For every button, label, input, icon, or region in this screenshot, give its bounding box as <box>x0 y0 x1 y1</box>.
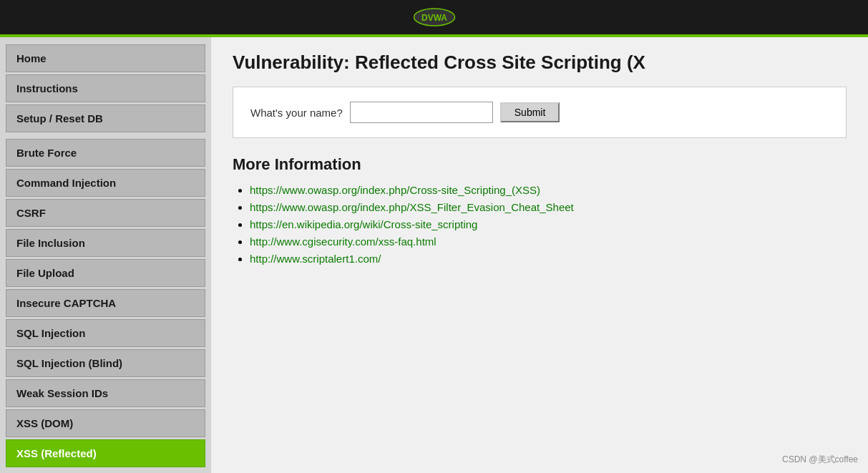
more-info-link[interactable]: https://www.owasp.org/index.php/Cross-si… <box>250 184 540 196</box>
sidebar-item-sql-injection[interactable]: SQL Injection <box>6 319 205 347</box>
sidebar-item-csrf[interactable]: CSRF <box>6 199 205 227</box>
xss-form: What's your name? Submit <box>233 87 847 138</box>
sidebar-item-file-upload[interactable]: File Upload <box>6 259 205 287</box>
more-info-link[interactable]: http://www.scriptalert1.com/ <box>250 253 381 265</box>
name-label: What's your name? <box>250 107 343 119</box>
sidebar-item-weak-session[interactable]: Weak Session IDs <box>6 379 205 407</box>
more-info-link[interactable]: http://www.cgisecurity.com/xss-faq.html <box>250 235 437 248</box>
logo: DVWA <box>413 4 456 31</box>
dvwa-logo: DVWA <box>413 4 456 31</box>
sidebar-group-vuln: Brute ForceCommand InjectionCSRFFile Inc… <box>6 139 205 467</box>
sidebar-item-sql-injection-blind[interactable]: SQL Injection (Blind) <box>6 349 205 377</box>
sidebar: HomeInstructionsSetup / Reset DB Brute F… <box>0 37 211 473</box>
content-area: Vulnerability: Reflected Cross Site Scri… <box>211 37 868 473</box>
sidebar-item-instructions[interactable]: Instructions <box>6 74 205 102</box>
sidebar-item-xss-reflected[interactable]: XSS (Reflected) <box>6 439 205 467</box>
sidebar-item-brute-force[interactable]: Brute Force <box>6 139 205 167</box>
sidebar-group-main: HomeInstructionsSetup / Reset DB <box>6 44 205 132</box>
more-info-links: https://www.owasp.org/index.php/Cross-si… <box>233 184 847 265</box>
sidebar-item-xss-dom[interactable]: XSS (DOM) <box>6 409 205 437</box>
watermark: CSDN @美式coffee <box>782 454 858 466</box>
page-title: Vulnerability: Reflected Cross Site Scri… <box>233 52 847 74</box>
sidebar-item-command-injection[interactable]: Command Injection <box>6 169 205 197</box>
main-layout: HomeInstructionsSetup / Reset DB Brute F… <box>0 37 868 473</box>
svg-text:DVWA: DVWA <box>421 13 447 23</box>
name-input[interactable] <box>350 102 493 123</box>
sidebar-item-insecure-captcha[interactable]: Insecure CAPTCHA <box>6 289 205 317</box>
more-info-title: More Information <box>233 155 847 174</box>
header: DVWA <box>0 0 868 37</box>
more-info-link[interactable]: https://www.owasp.org/index.php/XSS_Filt… <box>250 201 574 213</box>
submit-button[interactable]: Submit <box>500 102 560 122</box>
sidebar-item-file-inclusion[interactable]: File Inclusion <box>6 229 205 257</box>
sidebar-item-setup[interactable]: Setup / Reset DB <box>6 104 205 132</box>
more-info-link[interactable]: https://en.wikipedia.org/wiki/Cross-site… <box>250 218 477 230</box>
sidebar-item-home[interactable]: Home <box>6 44 205 72</box>
